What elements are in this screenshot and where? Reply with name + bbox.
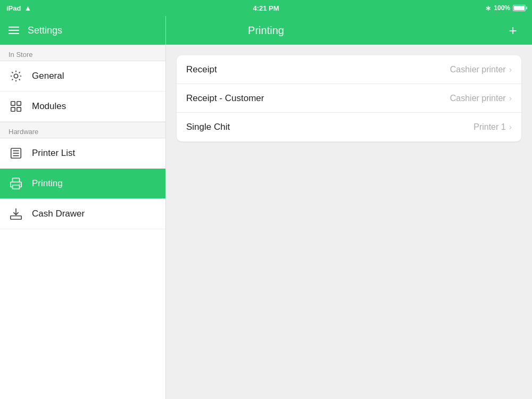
svg-rect-4	[17, 107, 21, 111]
general-label: General	[32, 71, 64, 81]
wifi-icon: ▲	[24, 4, 31, 12]
receipt-chevron-icon: ›	[509, 65, 512, 74]
content-area: Receipt Cashier printer › Receipt - Cust…	[166, 45, 532, 399]
battery-icon	[513, 5, 526, 11]
single-chit-chevron-icon: ›	[509, 122, 512, 132]
receipt-customer-label: Receipt - Customer	[186, 93, 450, 104]
receipt-label: Receipt	[186, 64, 450, 75]
single-chit-label: Single Chit	[186, 122, 473, 132]
single-chit-value: Printer 1	[473, 122, 505, 132]
status-bar: iPad ▲ 4:21 PM ∗ 100%	[0, 0, 532, 16]
single-chit-row[interactable]: Single Chit Printer 1 ›	[177, 113, 521, 142]
section-label-hardware: Hardware	[0, 122, 165, 138]
menu-icon[interactable]	[9, 27, 19, 34]
receipt-customer-chevron-icon: ›	[509, 94, 512, 103]
sidebar-item-printing[interactable]: Printing	[0, 169, 165, 199]
modules-icon	[9, 99, 23, 114]
svg-rect-1	[11, 102, 15, 105]
general-icon	[9, 69, 23, 84]
cash-drawer-icon	[9, 206, 23, 221]
svg-rect-10	[13, 185, 20, 189]
status-right: ∗ 100%	[485, 4, 526, 12]
ipad-label: iPad	[6, 4, 21, 12]
svg-rect-9	[13, 178, 20, 182]
section-label-in-store: In Store	[0, 45, 165, 61]
receipt-customer-row[interactable]: Receipt - Customer Cashier printer ›	[177, 84, 521, 113]
cash-drawer-label: Cash Drawer	[32, 209, 85, 219]
bluetooth-icon: ∗	[485, 4, 491, 12]
header-right: +	[504, 22, 521, 39]
sidebar: Settings In Store General	[0, 16, 166, 399]
receipt-row[interactable]: Receipt Cashier printer ›	[177, 55, 521, 84]
app-layout: Settings In Store General	[0, 16, 532, 399]
receipt-value: Cashier printer	[450, 65, 506, 74]
battery-percent: 100%	[494, 4, 510, 12]
svg-rect-2	[17, 102, 21, 105]
printer-list-label: Printer List	[32, 148, 75, 159]
svg-point-0	[14, 74, 18, 78]
status-left: iPad ▲	[6, 4, 31, 12]
main-content: Printing + Receipt Cashier printer › Rec…	[166, 16, 532, 399]
main-title: Printing	[248, 24, 284, 37]
svg-rect-3	[11, 107, 15, 111]
sidebar-item-general[interactable]: General	[0, 61, 165, 92]
sidebar-header: Settings	[0, 16, 165, 45]
sidebar-title: Settings	[28, 25, 62, 36]
battery-fill	[514, 6, 525, 10]
sidebar-item-printer-list[interactable]: Printer List	[0, 138, 165, 169]
main-header: Printing +	[166, 16, 532, 45]
add-button[interactable]: +	[504, 22, 521, 39]
printing-icon	[9, 176, 23, 191]
sidebar-item-modules[interactable]: Modules	[0, 92, 165, 122]
printing-label: Printing	[32, 178, 63, 189]
receipt-customer-value: Cashier printer	[450, 94, 506, 103]
sidebar-item-cash-drawer[interactable]: Cash Drawer	[0, 199, 165, 229]
modules-label: Modules	[32, 101, 66, 112]
svg-rect-12	[11, 216, 21, 220]
svg-point-11	[20, 184, 21, 185]
status-time: 4:21 PM	[253, 4, 279, 12]
printing-list-card: Receipt Cashier printer › Receipt - Cust…	[177, 55, 521, 142]
printer-list-icon	[9, 146, 23, 161]
